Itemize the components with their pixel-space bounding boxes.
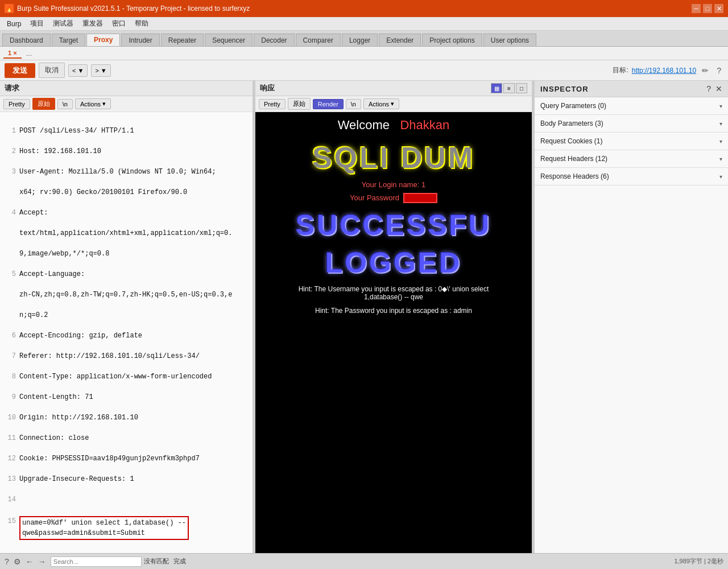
- menu-help[interactable]: 帮助: [130, 18, 153, 30]
- inspector-title: INSPECTOR: [540, 85, 589, 93]
- sub-tab-1[interactable]: 1 ×: [3, 48, 22, 59]
- inspector-request-cookies[interactable]: Request Cookies (1) ▾: [535, 133, 728, 150]
- main-tab-bar: Dashboard Target Proxy Intruder Repeater…: [0, 31, 728, 47]
- edit-target-button[interactable]: ✏: [700, 65, 711, 76]
- view-mode-grid-btn[interactable]: ▦: [491, 83, 502, 93]
- status-settings-btn[interactable]: ⚙: [14, 557, 21, 566]
- password-label: Your Password security.: [350, 193, 437, 202]
- tab-repeater[interactable]: Repeater: [161, 34, 204, 46]
- chevron-down-icon: ▾: [719, 138, 722, 145]
- inspector-query-params[interactable]: Query Parameters (0) ▾: [535, 97, 728, 115]
- request-pretty-btn[interactable]: Pretty: [3, 99, 30, 109]
- password-highlight-box: security.: [403, 193, 437, 203]
- menu-resender[interactable]: 重发器: [78, 18, 107, 30]
- content-area: 请求 Pretty 原始 \n Actions ▾ 1POST /sqli/Le…: [0, 81, 728, 553]
- inspector-request-headers[interactable]: Request Headers (12) ▾: [535, 150, 728, 168]
- tab-logger[interactable]: Logger: [342, 34, 378, 46]
- response-toolbar: Pretty 原始 Render \n Actions ▾: [255, 96, 532, 112]
- target-label: 目标:: [613, 65, 628, 75]
- inspector-response-headers[interactable]: Response Headers (6) ▾: [535, 168, 728, 185]
- nav-back-button[interactable]: < ▼: [68, 64, 88, 77]
- request-toolbar: Pretty 原始 \n Actions ▾: [0, 96, 253, 112]
- response-pretty-btn[interactable]: Pretty: [259, 99, 286, 109]
- request-raw-btn[interactable]: 原始: [32, 98, 55, 110]
- status-help-btn[interactable]: ?: [5, 557, 9, 566]
- logged-text: LOGGED: [325, 246, 462, 279]
- response-actions-chevron-icon: ▾: [391, 100, 394, 108]
- request-code-area[interactable]: 1POST /sqli/Less-34/ HTTP/1.1 2Host: 192…: [0, 112, 253, 553]
- response-render-btn[interactable]: Render: [313, 99, 344, 109]
- no-match-label: 没有匹配: [144, 557, 169, 566]
- chevron-down-icon: ▾: [719, 174, 722, 180]
- response-newline-btn[interactable]: \n: [346, 99, 361, 109]
- request-panel: 请求 Pretty 原始 \n Actions ▾ 1POST /sqli/Le…: [0, 81, 253, 553]
- status-text: 完成: [173, 557, 186, 566]
- status-bar: ? ⚙ ← → 没有匹配 完成 1,989字节 | 2毫秒: [0, 553, 728, 569]
- inspector-header: INSPECTOR ? ✕: [535, 81, 728, 97]
- menu-tester[interactable]: 测试器: [48, 18, 78, 30]
- response-raw-btn[interactable]: 原始: [288, 98, 311, 110]
- success-text: SUCCESSFU: [296, 209, 491, 242]
- request-header: 请求: [0, 81, 253, 96]
- menu-burp[interactable]: Burp: [2, 19, 26, 29]
- tab-decoder[interactable]: Decoder: [254, 34, 294, 46]
- response-header: 响应 ▦ ≡ □: [255, 81, 532, 96]
- menu-project[interactable]: 项目: [26, 18, 48, 30]
- menu-window[interactable]: 密口: [107, 18, 130, 30]
- hint1-text: Hint: The Username you input is escaped …: [286, 285, 502, 301]
- tab-proxy[interactable]: Proxy: [86, 34, 120, 46]
- view-mode-full-btn[interactable]: □: [516, 83, 527, 93]
- chevron-down-icon: ▾: [719, 156, 722, 162]
- window-title: Burp Suite Professional v2021.5.1 - Temp…: [17, 5, 250, 13]
- app-icon: 🔥: [5, 4, 14, 13]
- tab-dashboard[interactable]: Dashboard: [2, 34, 51, 46]
- chevron-down-icon: ▾: [719, 103, 722, 109]
- rendered-html: Welcome Dhakkan SQLI DUM Your Login name…: [255, 112, 532, 553]
- title-bar: 🔥 Burp Suite Professional v2021.5.1 - Te…: [0, 0, 728, 17]
- target-url[interactable]: http://192.168.101.10: [632, 67, 696, 75]
- toolbar: 发送 取消 < ▼ > ▼ 目标: http://192.168.101.10 …: [0, 60, 728, 81]
- menu-bar: Burp 项目 测试器 重发器 密口 帮助: [0, 17, 728, 31]
- tab-extender[interactable]: Extender: [379, 34, 421, 46]
- status-back-btn[interactable]: ←: [26, 557, 34, 566]
- maximize-button[interactable]: □: [703, 4, 712, 13]
- request-actions-btn[interactable]: Actions ▾: [75, 98, 111, 109]
- inspector-body-params[interactable]: Body Parameters (3) ▾: [535, 115, 728, 133]
- status-forward-btn[interactable]: →: [38, 557, 46, 566]
- sub-tab-more[interactable]: …: [22, 49, 37, 58]
- send-button[interactable]: 发送: [5, 63, 35, 78]
- tab-project-options[interactable]: Project options: [422, 34, 482, 46]
- actions-chevron-icon: ▾: [102, 100, 106, 108]
- inspector-close-btn[interactable]: ✕: [715, 84, 722, 93]
- view-mode-buttons: ▦ ≡ □: [491, 83, 527, 93]
- response-actions-btn[interactable]: Actions ▾: [363, 98, 399, 109]
- tab-target[interactable]: Target: [52, 34, 85, 46]
- request-newline-btn[interactable]: \n: [57, 99, 73, 109]
- tab-user-options[interactable]: User options: [483, 34, 536, 46]
- chevron-down-icon: ▾: [719, 121, 722, 127]
- sub-tab-bar: 1 × …: [0, 47, 728, 60]
- highlighted-payload: uname=0%df' union select 1,database() --…: [19, 516, 189, 540]
- tab-comparer[interactable]: Comparer: [296, 34, 341, 46]
- sqli-title: SQLI DUM: [312, 141, 475, 175]
- response-view: Welcome Dhakkan SQLI DUM Your Login name…: [255, 112, 532, 553]
- login-name-text: Your Login name: 1: [362, 180, 425, 189]
- inspector-help-btn[interactable]: ?: [706, 84, 711, 93]
- close-button[interactable]: ✕: [714, 4, 723, 13]
- nav-forward-button[interactable]: > ▼: [91, 64, 110, 77]
- welcome-text: Welcome: [338, 118, 397, 132]
- view-mode-split-btn[interactable]: ≡: [503, 83, 515, 93]
- status-info: 1,989字节 | 2毫秒: [674, 557, 723, 566]
- inspector-panel: INSPECTOR ? ✕ Query Parameters (0) ▾ Bod…: [535, 81, 728, 553]
- help-button[interactable]: ?: [714, 65, 723, 76]
- tab-sequencer[interactable]: Sequencer: [205, 34, 253, 46]
- cancel-button[interactable]: 取消: [39, 63, 65, 78]
- minimize-button[interactable]: ─: [692, 4, 701, 13]
- dhakkan-name: Dhakkan: [400, 118, 449, 132]
- tab-intruder[interactable]: Intruder: [121, 34, 159, 46]
- response-panel: 响应 ▦ ≡ □ Pretty 原始 Render \n Actions ▾ W…: [255, 81, 532, 553]
- hint2-text: Hint: The Password you input is escaped …: [315, 307, 472, 315]
- search-input[interactable]: [51, 556, 142, 567]
